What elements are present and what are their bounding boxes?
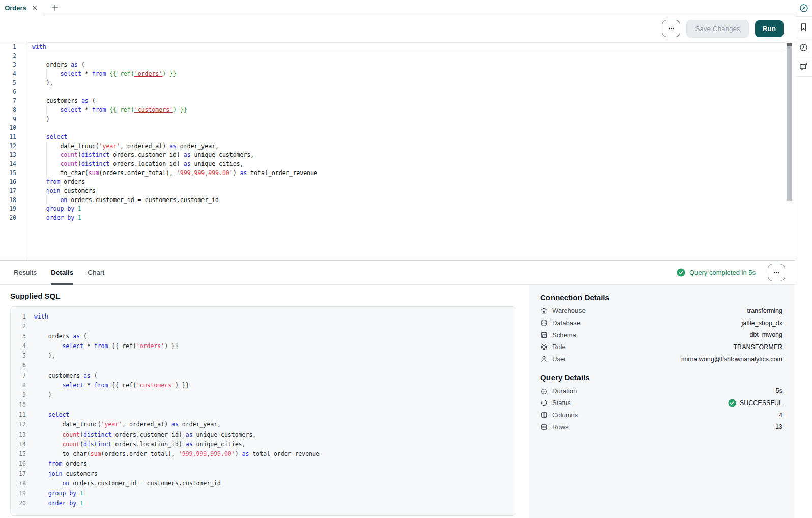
line-number: 15 — [0, 169, 16, 178]
history-icon — [799, 43, 808, 52]
main-area: Orders Save Changes Run 1wit — [0, 0, 795, 518]
sql-editor[interactable]: 1with23 orders as (4 select * from {{ re… — [0, 42, 795, 260]
row-value: 13 — [775, 423, 782, 430]
code-line[interactable]: 20 order by 1 — [0, 214, 785, 223]
line-number: 18 — [11, 479, 26, 488]
run-button[interactable]: Run — [755, 20, 784, 37]
line-number: 20 — [0, 214, 16, 223]
indent-guide — [46, 151, 47, 160]
status-value: SUCCESSFUL — [728, 399, 782, 407]
tab-details[interactable]: Details — [51, 261, 73, 285]
query-status: Query completed in 5s — [677, 268, 756, 277]
editor-toolbar: Save Changes Run — [0, 15, 795, 42]
details-pane: Connection Details Warehouse transformin… — [529, 285, 795, 518]
code-line[interactable]: 15 to_char(sum(orders.order_total), '999… — [0, 169, 785, 178]
check-circle-icon — [677, 268, 685, 277]
code-line[interactable]: 16 from orders — [0, 178, 785, 187]
line-number: 16 — [0, 178, 16, 187]
code-line: 7 customers as ( — [11, 371, 516, 381]
editor-tab-bar: Orders — [0, 0, 795, 15]
code-line: 10 — [11, 400, 516, 410]
query-row-columns: Columns 4 — [540, 409, 782, 421]
line-number: 13 — [0, 151, 16, 160]
line-number: 16 — [11, 459, 26, 469]
editor-scrollbar[interactable] — [787, 43, 792, 201]
code-line[interactable]: 19 group by 1 — [0, 205, 785, 214]
line-number: 7 — [0, 97, 16, 106]
tab-chart[interactable]: Chart — [88, 261, 104, 285]
results-panel: Results Details Chart Query completed in… — [0, 260, 795, 518]
code-line[interactable]: 10 — [0, 124, 785, 133]
results-more-button[interactable] — [768, 264, 785, 281]
duration-icon — [540, 387, 548, 395]
connection-row-user: User mirna.wong@fishtownanalytics.com — [540, 353, 782, 365]
code-line: 15 to_char(sum(orders.order_total), '999… — [11, 449, 516, 459]
code-line[interactable]: 12 date_trunc('year', ordered_at) as ord… — [0, 142, 785, 151]
code-line[interactable]: 6 — [0, 88, 785, 97]
indent-guide — [46, 142, 47, 151]
code-line[interactable]: 17 join customers — [0, 187, 785, 196]
plus-icon — [50, 3, 60, 12]
row-value: mirna.wong@fishtownanalytics.com — [681, 356, 782, 363]
code-line[interactable]: 7 customers as ( — [0, 97, 785, 106]
bookmark-icon — [799, 22, 808, 32]
feedback-icon — [799, 62, 808, 72]
code-line[interactable]: 2 — [0, 52, 785, 61]
editor-more-button[interactable] — [662, 20, 680, 37]
row-value: 4 — [779, 412, 782, 419]
code-line: 9 ) — [11, 390, 516, 400]
line-number: 15 — [11, 449, 26, 459]
code-line: 12 date_trunc('year', ordered_at) as ord… — [11, 420, 516, 429]
code-line: 17 join customers — [11, 469, 516, 479]
indent-guide — [46, 106, 47, 115]
columns-icon — [540, 411, 548, 419]
row-label: Columns — [552, 411, 578, 419]
code-line[interactable]: 3 orders as ( — [0, 61, 785, 70]
status-icon — [540, 399, 548, 407]
warehouse-icon — [540, 307, 548, 314]
code-line: 5 ), — [11, 351, 516, 361]
row-value: 5s — [776, 387, 782, 394]
line-number: 19 — [0, 205, 16, 214]
tab-orders[interactable]: Orders — [0, 0, 43, 15]
code-line[interactable]: 5 ), — [0, 79, 785, 88]
code-line[interactable]: 4 select * from {{ ref('orders') }} — [0, 70, 785, 79]
user-icon — [540, 355, 548, 363]
code-line[interactable]: 13 count(distinct orders.customer_id) as… — [0, 151, 785, 160]
code-line[interactable]: 14 count(distinct orders.location_id) as… — [0, 160, 785, 169]
query-row-duration: Duration 5s — [540, 385, 782, 397]
code-line[interactable]: 18 on orders.customer_id = customers.cus… — [0, 196, 785, 205]
code-line: 4 select * from {{ ref('orders') }} — [11, 341, 516, 351]
sidebar-copilot-button[interactable] — [795, 0, 812, 17]
database-icon — [540, 319, 548, 327]
dbt-ide-window: Orders Save Changes Run 1wit — [0, 0, 812, 518]
new-tab-button[interactable] — [43, 0, 67, 15]
connection-row-schema: Schema dbt_mwong — [540, 329, 782, 341]
query-row-rows: Rows 13 — [540, 421, 782, 434]
code-line[interactable]: 9 ) — [0, 115, 785, 124]
row-value: SUCCESSFUL — [740, 399, 782, 407]
sidebar-bookmark-button[interactable] — [795, 17, 812, 38]
code-line: 19 group by 1 — [11, 488, 516, 498]
close-icon[interactable] — [31, 4, 38, 11]
code-line[interactable]: 1with — [0, 43, 785, 52]
sidebar-feedback-button[interactable] — [795, 57, 812, 77]
tab-results[interactable]: Results — [14, 261, 37, 285]
code-line: 8 select * from {{ ref('customers') }} — [11, 381, 516, 390]
code-line: 6 — [11, 361, 516, 370]
query-status-label: Query completed in 5s — [689, 269, 756, 276]
supplied-sql-title: Supplied SQL — [10, 292, 516, 300]
indent-guide — [46, 160, 47, 169]
supplied-sql-pane: Supplied SQL 1with23 orders as (4 select… — [0, 285, 529, 518]
code-line: 18 on orders.customer_id = customers.cus… — [11, 479, 516, 488]
code-line[interactable]: 11 select — [0, 133, 785, 142]
code-line: 20 order by 1 — [11, 499, 516, 508]
row-label: Rows — [552, 423, 569, 431]
line-number: 11 — [11, 410, 26, 420]
ellipsis-icon — [772, 268, 781, 277]
save-changes-button[interactable]: Save Changes — [686, 20, 749, 38]
editor-lines: 1with23 orders as (4 select * from {{ re… — [0, 43, 785, 223]
code-line: 3 orders as ( — [11, 332, 516, 341]
sidebar-history-button[interactable] — [795, 38, 812, 57]
code-line[interactable]: 8 select * from {{ ref('customers') }} — [0, 106, 785, 115]
